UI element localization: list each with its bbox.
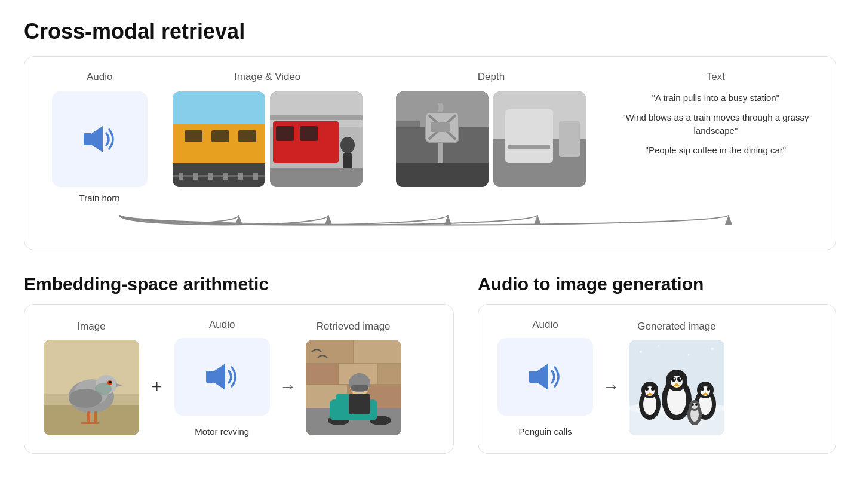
cross-modal-title: Cross-modal retrieval bbox=[24, 19, 836, 44]
audio-gen-box: Audio Penguin calls bbox=[478, 304, 836, 454]
depth-col: Depth bbox=[379, 71, 603, 187]
svg-rect-34 bbox=[462, 127, 489, 163]
svg-rect-57 bbox=[206, 371, 214, 383]
svg-point-95 bbox=[651, 387, 655, 391]
svg-rect-9 bbox=[179, 173, 183, 180]
gen-image-label: Generated image bbox=[637, 321, 715, 333]
arith-image-label: Image bbox=[77, 321, 105, 333]
svg-rect-19 bbox=[276, 126, 294, 141]
penguin-generated-img bbox=[629, 340, 724, 435]
image-video-col-header: Image & Video bbox=[234, 71, 300, 83]
gen-arrow-operator: → bbox=[593, 377, 629, 397]
svg-point-110 bbox=[640, 351, 642, 353]
svg-point-111 bbox=[711, 348, 714, 350]
embedding-title: Embedding-space arithmetic bbox=[24, 274, 454, 294]
text-col: Text "A train pulls into a busy station"… bbox=[603, 71, 816, 157]
svg-rect-32 bbox=[431, 122, 450, 132]
image-grid bbox=[173, 91, 363, 187]
modal-columns: Audio Train horn Image & Video bbox=[44, 71, 816, 203]
moto-img bbox=[306, 340, 401, 435]
audio-card-penguin bbox=[497, 338, 593, 416]
quote-2: "Wind blows as a train moves through a g… bbox=[615, 111, 816, 138]
svg-rect-10 bbox=[194, 173, 198, 180]
svg-rect-2 bbox=[173, 91, 265, 124]
svg-rect-27 bbox=[396, 163, 489, 187]
svg-rect-7 bbox=[238, 130, 256, 142]
train-horn-label: Train horn bbox=[79, 193, 120, 203]
bottom-sections: Embedding-space arithmetic Image bbox=[24, 274, 836, 454]
cross-modal-box: Audio Train horn Image & Video bbox=[24, 56, 836, 250]
svg-rect-56 bbox=[88, 422, 99, 424]
speaker-icon bbox=[79, 121, 121, 157]
svg-rect-39 bbox=[559, 121, 580, 157]
arith-image-col: Image bbox=[44, 321, 139, 435]
train-yellow-img bbox=[173, 91, 265, 187]
svg-marker-1 bbox=[92, 126, 103, 152]
svg-point-108 bbox=[692, 404, 694, 406]
gen-image-col: Generated image bbox=[629, 321, 724, 435]
svg-marker-58 bbox=[214, 364, 225, 390]
text-quotes: "A train pulls into a busy station" "Win… bbox=[615, 91, 816, 157]
embedding-box: Image bbox=[24, 304, 454, 454]
depth-grid bbox=[396, 91, 586, 187]
svg-point-49 bbox=[109, 381, 112, 383]
plus-operator: + bbox=[139, 376, 174, 398]
svg-point-52 bbox=[95, 383, 112, 395]
svg-rect-13 bbox=[238, 173, 243, 180]
svg-rect-11 bbox=[208, 173, 213, 180]
svg-rect-76 bbox=[529, 371, 538, 383]
gen-audio-col: Audio Penguin calls bbox=[497, 319, 593, 437]
image-video-col: Image & Video bbox=[155, 71, 379, 187]
arrow-operator: → bbox=[270, 377, 306, 397]
svg-rect-40 bbox=[508, 145, 550, 149]
svg-rect-3 bbox=[173, 124, 265, 163]
svg-rect-8 bbox=[173, 175, 265, 177]
depth-col-header: Depth bbox=[478, 71, 505, 83]
svg-point-112 bbox=[658, 345, 660, 346]
arithmetic-row: Image bbox=[44, 319, 434, 437]
pigeon-img bbox=[44, 340, 139, 435]
quote-3: "People sip coffee in the dining car" bbox=[615, 144, 816, 158]
audio-gen-title: Audio to image generation bbox=[478, 274, 836, 294]
depth-cross-img bbox=[396, 91, 489, 187]
svg-rect-12 bbox=[223, 173, 228, 180]
svg-point-94 bbox=[645, 387, 649, 391]
motor-speaker-icon bbox=[201, 359, 243, 395]
arith-retrieved-col: Retrieved image bbox=[306, 321, 401, 435]
svg-point-87 bbox=[674, 377, 675, 379]
depth-bright-img bbox=[493, 91, 586, 187]
quote-1: "A train pulls into a busy station" bbox=[615, 91, 816, 105]
audio-card-train bbox=[52, 91, 148, 187]
svg-rect-53 bbox=[87, 411, 90, 422]
svg-rect-0 bbox=[84, 133, 92, 145]
svg-point-21 bbox=[340, 137, 355, 153]
embedding-section: Embedding-space arithmetic Image bbox=[24, 274, 454, 454]
arrows-container bbox=[44, 209, 816, 233]
arith-audio-label: Audio bbox=[209, 319, 235, 331]
arrows-svg bbox=[56, 209, 804, 231]
svg-rect-6 bbox=[211, 130, 229, 142]
svg-rect-38 bbox=[505, 109, 553, 163]
svg-point-88 bbox=[680, 377, 681, 379]
svg-point-101 bbox=[701, 387, 704, 391]
svg-point-109 bbox=[695, 404, 698, 406]
gen-row: Audio Penguin calls bbox=[497, 319, 816, 437]
motor-label: Motor revving bbox=[195, 426, 249, 437]
svg-rect-54 bbox=[94, 411, 97, 422]
audio-gen-section: Audio to image generation Audio bbox=[478, 274, 836, 454]
arith-audio-col: Audio Motor revving bbox=[174, 319, 270, 437]
svg-rect-14 bbox=[253, 173, 258, 180]
audio-col: Audio Train horn bbox=[44, 71, 155, 203]
svg-rect-60 bbox=[306, 340, 354, 364]
svg-rect-17 bbox=[270, 115, 363, 120]
audio-col-header: Audio bbox=[87, 71, 112, 83]
svg-rect-64 bbox=[377, 364, 401, 385]
penguin-speaker-icon bbox=[524, 359, 566, 395]
svg-marker-77 bbox=[538, 364, 548, 390]
svg-rect-33 bbox=[396, 121, 420, 163]
text-col-header: Text bbox=[707, 71, 725, 83]
svg-rect-61 bbox=[354, 340, 401, 364]
svg-rect-23 bbox=[270, 168, 363, 187]
svg-rect-20 bbox=[300, 126, 318, 141]
svg-point-102 bbox=[707, 387, 710, 391]
